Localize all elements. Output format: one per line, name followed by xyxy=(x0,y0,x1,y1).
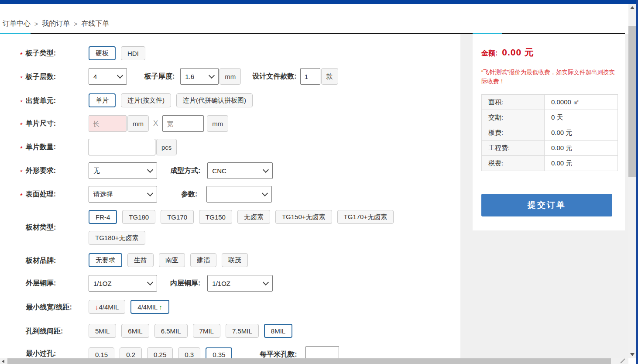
clearance-5mil-button[interactable]: 5MIL xyxy=(89,324,116,338)
material-type-tg170-button[interactable]: TG170 xyxy=(161,210,194,224)
piece-size-row: mm X mm xyxy=(89,115,228,132)
outline-row: 无 成型方式: CNC xyxy=(89,162,273,179)
required-marker: * xyxy=(20,98,23,106)
chevron-down-icon xyxy=(263,167,269,173)
field-label-material-brand: 板材品牌: xyxy=(20,256,56,265)
field-label-param: 参数: xyxy=(181,190,197,199)
breadcrumb-my-orders[interactable]: 我的订单 xyxy=(42,19,70,28)
size-separator: X xyxy=(153,119,158,128)
length-unit: mm xyxy=(127,115,149,132)
window-edge xyxy=(636,0,638,364)
piece-width-input[interactable] xyxy=(162,115,204,132)
required-marker: * xyxy=(20,121,23,128)
field-label-piece-size: *单片尺寸: xyxy=(20,119,56,128)
field-label-forming: 成型方式: xyxy=(170,166,200,175)
breadcrumb: 订单中心 > 我的订单 > 在线下单 xyxy=(3,19,109,28)
field-label-outline: *外形要求: xyxy=(20,166,56,175)
brand-kingboard-button[interactable]: 建滔 xyxy=(190,253,216,267)
piece-qty-input[interactable] xyxy=(89,139,155,155)
clearance-6mil-button[interactable]: 6MIL xyxy=(121,324,149,338)
material-type-fr4-button[interactable]: FR-4 xyxy=(89,210,117,224)
field-label-layers: *板子层数: xyxy=(20,72,56,82)
pricing-note: “飞针测试”报价为最低收费，如实际文件超出则按实际收费！ xyxy=(481,68,620,86)
board-type-hard-button[interactable]: 硬板 xyxy=(89,46,116,60)
required-marker: * xyxy=(20,144,23,152)
field-label-piece-qty: *单片数量: xyxy=(20,143,56,152)
ship-unit-panel-confirm-button[interactable]: 连片(代拼确认拼板图) xyxy=(176,93,253,107)
inner-copper-select[interactable]: 1/1OZ xyxy=(207,275,273,292)
forming-select[interactable]: CNC xyxy=(207,162,273,179)
material-type-tg180-button[interactable]: TG180 xyxy=(122,210,155,224)
material-type-tg150-button[interactable]: TG150 xyxy=(199,210,232,224)
field-label-min-trace: 最小线宽/线距: xyxy=(20,303,72,312)
breadcrumb-separator: > xyxy=(74,21,77,27)
surface-row: 请选择 参数: xyxy=(89,186,272,203)
board-type-options: 硬板 HDI xyxy=(89,46,151,60)
scroll-left-arrow-icon[interactable] xyxy=(2,360,4,363)
piece-qty-unit: pcs xyxy=(156,139,177,155)
brand-any-button[interactable]: 无要求 xyxy=(89,253,122,267)
outer-copper-select[interactable]: 1/1OZ xyxy=(89,275,157,292)
field-label-material-type: 板材类型: xyxy=(20,223,56,232)
layers-row: 4 板子厚度: 1.6 mm 设计文件款数: 款 xyxy=(89,68,338,85)
material-type-tg180-hf-button[interactable]: TG180+无卤素 xyxy=(89,231,145,245)
surface-select[interactable]: 请选择 xyxy=(89,186,157,203)
table-row: 板费: 0.00 元 xyxy=(482,125,618,141)
field-label-thickness: 板子厚度: xyxy=(144,72,175,81)
clearance-7-5mil-button[interactable]: 7.5MIL xyxy=(226,324,259,338)
required-marker: * xyxy=(20,192,23,199)
trace-above-4-4mil-button[interactable]: 4/4MIL ↑ xyxy=(130,300,169,314)
field-label-ship-unit: *出货单元: xyxy=(20,96,56,106)
chevron-down-icon xyxy=(117,72,123,79)
material-type-tg170-hf-button[interactable]: TG170+无卤素 xyxy=(337,210,394,224)
brand-nanya-button[interactable]: 南亚 xyxy=(159,253,185,267)
clearance-7mil-button[interactable]: 7MIL xyxy=(193,324,220,338)
trace-below-4-4mil-button[interactable]: ↓ 4/4MIL xyxy=(89,300,125,314)
material-type-options-row1: FR-4 TG180 TG170 TG150 无卤素 TG150+无卤素 TG1… xyxy=(89,210,399,224)
ship-unit-panel-by-file-button[interactable]: 连片(按文件) xyxy=(121,93,171,107)
table-row: 工程费: 0.00 元 xyxy=(482,141,618,156)
clearance-8mil-button[interactable]: 8MIL xyxy=(264,324,292,338)
chevron-down-icon xyxy=(263,279,269,285)
engineering-fee-value: 0.00 元 xyxy=(545,141,618,156)
board-fee-value: 0.00 元 xyxy=(545,125,618,141)
area-label: 面积: xyxy=(482,95,545,110)
horizontal-scrollbar-thumb[interactable] xyxy=(7,358,611,364)
board-type-hdi-button[interactable]: HDI xyxy=(121,46,145,60)
amount-divider xyxy=(481,57,617,57)
ship-unit-single-button[interactable]: 单片 xyxy=(89,93,116,107)
chevron-down-icon xyxy=(147,279,153,285)
field-label-holes-per-sqm: 每平米孔数: xyxy=(260,350,297,359)
submit-order-button[interactable]: 提交订单 xyxy=(481,194,612,216)
brand-itequ-button[interactable]: 联茂 xyxy=(222,253,248,267)
param-select[interactable] xyxy=(206,186,272,203)
breadcrumb-order-center[interactable]: 订单中心 xyxy=(3,19,31,28)
horizontal-scrollbar[interactable] xyxy=(0,358,628,364)
brand-shengyi-button[interactable]: 生益 xyxy=(127,253,154,267)
down-arrow-icon: ↓ xyxy=(95,303,99,311)
tax-fee-label: 税费: xyxy=(482,156,545,171)
piece-length-input[interactable] xyxy=(89,115,127,132)
scroll-down-arrow-icon[interactable] xyxy=(630,353,635,356)
required-marker: * xyxy=(20,168,23,175)
thickness-unit: mm xyxy=(220,68,241,85)
vertical-scrollbar[interactable] xyxy=(628,4,636,358)
field-label-outer-copper: 外层铜厚: xyxy=(20,279,56,288)
vertical-scrollbar-thumb[interactable] xyxy=(628,26,636,177)
width-unit: mm xyxy=(207,115,228,132)
layers-select[interactable]: 4 xyxy=(89,68,127,85)
clearance-6-5mil-button[interactable]: 6.5MIL xyxy=(154,324,188,338)
thickness-select[interactable]: 1.6 xyxy=(180,68,219,85)
scroll-up-arrow-icon[interactable] xyxy=(630,6,635,9)
design-count-input[interactable] xyxy=(300,68,320,85)
material-type-tg150-hf-button[interactable]: TG150+无卤素 xyxy=(275,210,332,224)
material-type-halogen-free-button[interactable]: 无卤素 xyxy=(237,210,270,224)
piece-qty-row: pcs xyxy=(89,139,177,155)
field-label-board-type: *板子类型: xyxy=(20,49,56,58)
header-divider-accent-left xyxy=(0,33,31,34)
header-divider-accent-right xyxy=(473,33,502,34)
outline-select[interactable]: 无 xyxy=(89,162,157,179)
table-row: 交期: 0 天 xyxy=(482,110,618,125)
up-arrow-icon: ↑ xyxy=(159,303,162,311)
field-label-min-via: 最小过孔: xyxy=(20,349,56,358)
